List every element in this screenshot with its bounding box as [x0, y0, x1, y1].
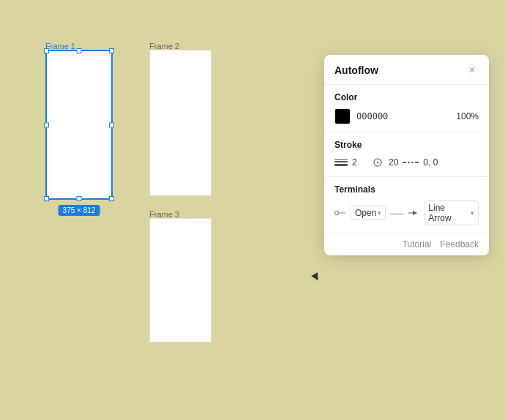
start-terminal-dropdown[interactable]: Open ▾: [351, 206, 386, 220]
handle-bm[interactable]: [77, 196, 82, 201]
terminal-separator: —: [390, 206, 403, 221]
color-row: 000000 100%: [334, 108, 479, 124]
start-terminal-label: Open: [355, 208, 376, 218]
end-terminal-chevron: ▾: [471, 209, 474, 217]
autoflow-panel: Autoflow × Color 000000 100% Stroke: [324, 55, 489, 255]
tutorial-link[interactable]: Tutorial: [403, 239, 432, 250]
color-hex: 000000: [356, 111, 388, 121]
stroke-radius-icon: [371, 156, 384, 169]
frame2-box[interactable]: [149, 50, 212, 196]
terminals-section: Terminals Open ▾ —: [324, 177, 489, 233]
panel-title: Autoflow: [334, 64, 378, 76]
color-opacity: 100%: [456, 111, 479, 121]
start-terminal-icon: [334, 209, 346, 217]
terminals-section-label: Terminals: [334, 184, 479, 195]
canvas: Frame 1 375 × 812 Frame 2 Frame 3 Autofl…: [0, 0, 505, 420]
frame1-box[interactable]: 375 × 812: [45, 50, 113, 200]
frame3-box[interactable]: [149, 218, 212, 342]
end-terminal-label: Line Arrow: [428, 203, 469, 223]
handle-tm[interactable]: [77, 48, 82, 53]
stroke-dash-icon: [403, 162, 419, 163]
handle-ml[interactable]: [44, 122, 49, 127]
end-terminal-dropdown[interactable]: Line Arrow ▾: [424, 200, 479, 225]
color-swatch[interactable]: [334, 108, 351, 124]
end-terminal-icon: [408, 209, 419, 217]
stroke-section-label: Stroke: [334, 140, 479, 150]
color-section: Color 000000 100%: [324, 85, 489, 132]
close-button[interactable]: ×: [465, 64, 479, 77]
stroke-width-value: 2: [352, 157, 367, 168]
color-section-label: Color: [334, 92, 479, 102]
stroke-dash-values: 0, 0: [423, 157, 438, 168]
handle-mr[interactable]: [109, 122, 114, 127]
handle-tl[interactable]: [44, 48, 49, 53]
stroke-radius-value: 20: [389, 157, 398, 168]
handle-br[interactable]: [109, 196, 114, 201]
feedback-link[interactable]: Feedback: [440, 239, 479, 250]
svg-point-1: [377, 162, 379, 164]
stroke-weight-icon: [334, 159, 348, 166]
size-badge: 375 × 812: [59, 205, 100, 216]
handle-bl[interactable]: [44, 196, 49, 201]
stroke-controls: 2 20 0, 0: [334, 156, 479, 169]
handle-tr[interactable]: [109, 48, 114, 53]
panel-header: Autoflow ×: [324, 55, 489, 85]
panel-footer: Tutorial Feedback: [324, 233, 489, 255]
terminals-row: Open ▾ — Line Arrow ▾: [334, 200, 479, 225]
svg-point-2: [335, 211, 339, 215]
stroke-section: Stroke 2 20: [324, 132, 489, 177]
start-terminal-chevron: ▾: [378, 209, 381, 217]
